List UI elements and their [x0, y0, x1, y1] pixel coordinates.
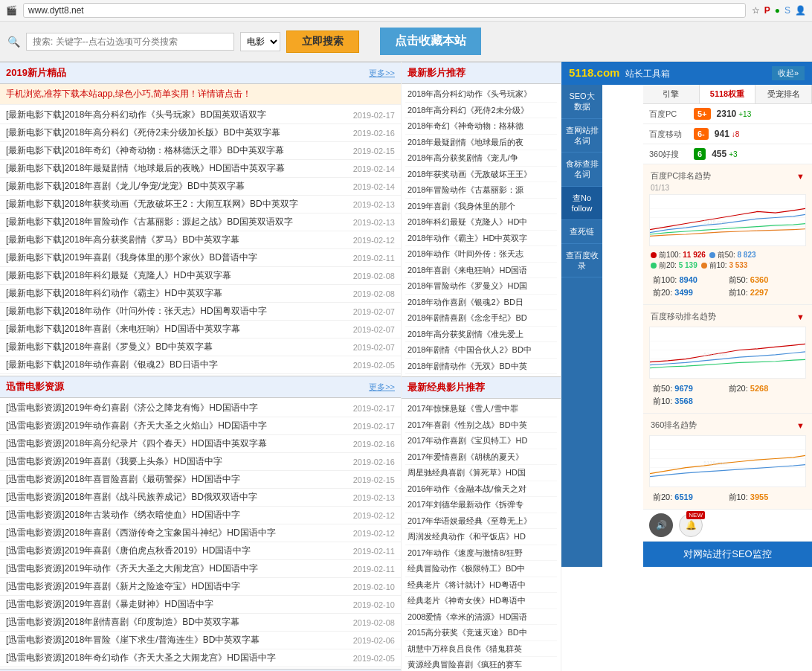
mid-movie-link[interactable]: 2017年刘德华最新动作《拆弹专	[407, 498, 555, 511]
mid-movie-link[interactable]: 经典老片《将计就计》HD粤语中	[407, 579, 555, 591]
news-link[interactable]: [最新电影下载]2018年喜剧《龙儿/争宠/龙宠》BD中英双字幕	[6, 180, 349, 193]
seo-nav-no-follow[interactable]: 查No follow	[561, 187, 602, 221]
seo-nav-dead-links[interactable]: 查死链	[561, 220, 602, 243]
extension-icon3[interactable]: S	[784, 5, 790, 16]
sound-icon-btn[interactable]: 🔊	[649, 513, 673, 537]
thunder-link[interactable]: [迅雷电影资源]2019年喜剧《我要上头条》HD国语中字	[6, 455, 349, 468]
mid-movie-link[interactable]: 2019年喜剧《我身体里的那个	[407, 200, 555, 213]
thunder-link[interactable]: [迅雷电影资源]2018年高分纪录片《四个春天》HD国语中英双字幕	[6, 437, 349, 450]
news-link[interactable]: [最新电影下载]2018年喜剧《来电狂响》HD国语中英双字幕	[6, 323, 349, 336]
thunder-link[interactable]: [迅雷电影资源]2018年喜剧《西游传奇之宝象国斗神纪》HD国语中字	[6, 527, 349, 539]
mid-movie-link[interactable]: 经典冒险动作《极限特工》BD中	[407, 562, 555, 575]
seo-nav-target-rank[interactable]: 食标查排名词	[561, 152, 602, 187]
news-link[interactable]: [最新电影下载]2018年高分科幻《死侍2未分级加长版》BD中英双字幕	[6, 126, 349, 139]
extension-icon1[interactable]: P	[764, 5, 770, 16]
thunder-link[interactable]: [迅雷电影资源]2019年喜剧《新片之险途夺宝》HD国语中字	[6, 580, 349, 593]
thunder-link[interactable]: [迅雷电影资源]2018年喜剧《战斗民族养成记》BD俄双双语中字	[6, 491, 349, 504]
url-bar[interactable]: www.dytt8.net	[23, 3, 746, 18]
mid-movie-link[interactable]: 2017年华语娱最经典《至尊无上》	[407, 515, 555, 527]
mid-movie-link[interactable]: 2018年动作《叶间外传：张天志	[407, 248, 555, 260]
mid-movie-link[interactable]: 2008爱情《幸米的清源》HD国语	[407, 611, 555, 623]
seo-nav-label: 查No follow	[565, 193, 599, 214]
mid-movie-link[interactable]: 胡慧中万梓良吕良伟《猎鬼群英	[407, 643, 555, 655]
thunder-link[interactable]: [迅雷电影资源]2019年喜剧《暴走财神》HD国语中字	[6, 598, 349, 611]
news-link[interactable]: [最新电影下载]2018年科幻动作《霸主》HD中英双字幕	[6, 287, 349, 300]
profile-icon[interactable]: 👤	[795, 5, 806, 16]
middle-column: 最新影片推荐 2018年高分科幻动作《头号玩家》2018年高分科幻《死侍2未分级…	[402, 62, 561, 671]
mid-movie-link[interactable]: 2018年冒险动作《古墓丽影：源	[407, 184, 555, 196]
new-movies-more[interactable]: 更多>>	[369, 68, 395, 79]
star-icon[interactable]: ☆	[752, 5, 760, 16]
rank-tab-popular[interactable]: 受宠排名	[755, 85, 812, 103]
seo-nav-baidu-record[interactable]: 查百度收录	[561, 244, 602, 278]
thunder-link[interactable]: [迅雷电影资源]2018年古装动作《绣衣暗使血》HD国语中字	[6, 509, 349, 521]
thunder-link[interactable]: [迅雷电影资源]2019年动作《齐天大圣之大闹龙宫》HD国语中字	[6, 562, 349, 575]
news-link[interactable]: [最新电影下载]2018年动作喜剧《银魂2》BD日语中字	[6, 359, 349, 371]
news-link[interactable]: [最新电影下载]2018年奇幻《神奇动物：格林德沃之罪》BD中英双字幕	[6, 144, 349, 157]
mid-movie-link[interactable]: 2018年冒险动作《罗曼义》HD国	[407, 280, 555, 292]
seo-nav-seo-bigdata[interactable]: SEO大数据	[561, 85, 602, 119]
mid-movie-link[interactable]: 2018年获奖动画《无敌破坏王王》	[407, 168, 555, 181]
news-link[interactable]: [最新电影下载]2018年喜剧《罗曼义》BD中英双字幕	[6, 341, 349, 353]
thunder-link[interactable]: [迅雷电影资源]2019年动作喜剧《齐天大圣之火焰山》HD国语中字	[6, 420, 349, 432]
legend-item: 前50: 8 823	[709, 250, 756, 260]
news-link[interactable]: [最新电影下载]2018年高分获奖剧情《罗马》BD中英双字幕	[6, 234, 349, 246]
news-link[interactable]: [最新电影下载]2018年高分科幻动作《头号玩家》BD国英双语双字	[6, 109, 349, 121]
mid-movie-link[interactable]: 2017年爱情喜剧《胡桃的夏天》	[407, 451, 555, 463]
bookmark-button[interactable]: 点击收藏本站	[380, 28, 481, 55]
thunder-link[interactable]: [迅雷电影资源]2018年冒险《崖下求生/普海连生》BD中英双字幕	[6, 634, 349, 646]
search-category-select[interactable]: 电影	[240, 32, 280, 51]
list-item: [最新电影下载]2018年高分获奖剧情《罗马》BD中英双字幕2019-02-12	[0, 231, 401, 249]
list-item: 2019年喜剧《我身体里的那个	[405, 199, 557, 215]
collapse-button[interactable]: 收起»	[772, 66, 805, 80]
mid-movie-link[interactable]: 2018年高分获奖剧情《宠儿/争	[407, 152, 555, 164]
rank-value: 941	[715, 129, 729, 139]
extension-icon2[interactable]: ●	[775, 5, 780, 16]
news-link[interactable]: [最新电影下载]2018年最疑剧情《地球最后的夜晚》HD国语中英双字幕	[6, 162, 349, 175]
news-link[interactable]: [最新电影下载]2018年获奖动画《无敌破坏王2：大闹互联网》BD中英双字	[6, 198, 349, 211]
search-button[interactable]: 立即搜索	[286, 30, 359, 53]
mid-movie-link[interactable]: 2018年剧情《中国合伙人2》BD中	[407, 344, 555, 356]
thunder-link[interactable]: [迅雷电影资源]2018年剧情喜剧《印度制造》BD中英双字幕	[6, 616, 349, 629]
mid-movie-link[interactable]: 2016年动作《金融本战/偷天之对	[407, 483, 555, 495]
mid-movie-link[interactable]: 黄源经典冒险喜剧《疯狂的赛车	[407, 658, 555, 671]
mid-movie-link[interactable]: 2018年奇幻《神奇动物：格林德	[407, 120, 555, 132]
mid-movie-link[interactable]: 2018年动作喜剧《银魂2》BD日	[407, 296, 555, 309]
mid-movie-link[interactable]: 2018年喜剧《来电狂响》HD国语	[407, 264, 555, 277]
mid-movie-link[interactable]: 2017年动作喜剧《宝贝特工》HD	[407, 434, 555, 447]
mid-movie-link[interactable]: 经典老片《神奇女侠》HD粤语中	[407, 594, 555, 607]
search-bar: 🔍 电影 立即搜索 点击收藏本站	[0, 22, 812, 62]
list-item: 2018年科幻最疑《克隆人》HD中	[405, 214, 557, 231]
news-link[interactable]: [最新电影下载]2018年科幻最疑《克隆人》HD中英双字幕	[6, 269, 349, 282]
new-movies-section: 2019新片精品 更多>> 手机浏览,准荐下载本站app,绿色小巧,简单实用！详…	[0, 62, 401, 376]
rank-tab-5118[interactable]: 5118权重	[700, 85, 756, 103]
mid-movie-link[interactable]: 2018年剧情喜剧《念念手纪》BD	[407, 312, 555, 324]
mid-movie-link[interactable]: 2015高分获奖《竞速灭途》BD中	[407, 626, 555, 639]
mid-movie-link[interactable]: 2018年高分科幻《死侍2未分级》	[407, 104, 555, 117]
mid-movie-link[interactable]: 周润发经典动作《和平饭店》HD	[407, 530, 555, 543]
news-link[interactable]: [最新电影下载]2018年动作《叶问外传：张天志》HD国粤双语中字	[6, 305, 349, 318]
seo-nav-site-rank[interactable]: 查网站排名词	[561, 119, 602, 153]
thunder-date: 2019-02-08	[353, 618, 395, 627]
mid-movie-link[interactable]: 2017年喜剧《性别之战》BD中英	[407, 419, 555, 431]
mid-movie-link[interactable]: 2018年高分科幻动作《头号玩家》	[407, 88, 555, 100]
news-link[interactable]: [最新电影下载]2018年冒险动作《古墓丽影：源起之战》BD国英双语双字	[6, 216, 349, 228]
mid-movie-link[interactable]: 2017年动作《速度与激情8/狂野	[407, 547, 555, 559]
rank-tab-engine[interactable]: 引擎	[643, 85, 700, 103]
thunder-more[interactable]: 更多>>	[369, 382, 395, 393]
thunder-link[interactable]: [迅雷电影资源]2018年奇幻动作《齐天大圣之大闹龙宫》HD国语中字	[6, 652, 349, 664]
mid-movie-link[interactable]: 2017年惊悚悬疑《雪人/雪中罪	[407, 402, 555, 415]
news-link[interactable]: [最新电影下载]2019年喜剧《我身体里的那个家伙》BD普语中字	[6, 251, 349, 264]
mid-movie-link[interactable]: 2018年最疑剧情《地球最后的夜	[407, 136, 555, 149]
mid-movie-link[interactable]: 2018年动作《霸主》HD中英双字	[407, 232, 555, 245]
thunder-link[interactable]: [迅雷电影资源]2019年喜剧《唐伯虎点秋香2019》HD国语中字	[6, 545, 349, 557]
list-item: [最新电影下载]2018年最疑剧情《地球最后的夜晚》HD国语中英双字幕2019-…	[0, 160, 401, 178]
monitor-button[interactable]: 对网站进行SEO监控	[643, 542, 812, 567]
mid-movie-link[interactable]: 2018年剧情动作《无双》BD中英	[407, 360, 555, 373]
mid-movie-link[interactable]: 2018年科幻最疑《克隆人》HD中	[407, 216, 555, 228]
mid-movie-link[interactable]: 周星驰经典喜剧《算死草》HD国	[407, 466, 555, 479]
thunder-link[interactable]: [迅雷电影资源]2018年喜冒险喜剧《最萌警探》HD国语中字	[6, 473, 349, 486]
thunder-link[interactable]: [迅雷电影资源]2019年奇幻喜剧《济公之降龙有悔》HD国语中字	[6, 402, 349, 414]
mid-movie-link[interactable]: 2018年高分获奖剧情《准先爱上	[407, 328, 555, 341]
search-input[interactable]	[26, 33, 234, 51]
